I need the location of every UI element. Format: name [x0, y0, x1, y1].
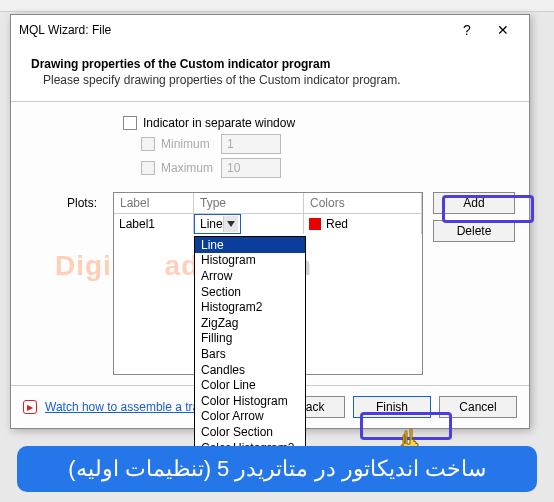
plot-row[interactable]: Label1 Line Red — [114, 214, 422, 234]
caption-banner: ساخت اندیکاتور در متاتریدر 5 (تنظیمات او… — [17, 446, 537, 492]
cancel-button[interactable]: Cancel — [439, 396, 517, 418]
video-icon: ▶ — [23, 400, 37, 414]
col-header-label[interactable]: Label — [114, 193, 194, 214]
plot-color-name: Red — [326, 217, 348, 231]
hint-link[interactable]: Watch how to assemble a tradir — [45, 400, 213, 414]
type-option[interactable]: Color Histogram — [195, 393, 305, 409]
heading-subtitle: Please specify drawing properties of the… — [31, 71, 509, 87]
type-dropdown[interactable]: LineHistogramArrowSectionHistogram2ZigZa… — [194, 236, 306, 456]
minimum-label: Minimum — [161, 137, 221, 151]
plot-label-cell[interactable]: Label1 — [114, 214, 194, 234]
maximum-input: 10 — [221, 158, 281, 178]
maximum-checkbox — [141, 161, 155, 175]
maximum-label: Maximum — [161, 161, 221, 175]
add-button[interactable]: Add — [433, 192, 515, 214]
type-option[interactable]: ZigZag — [195, 315, 305, 331]
type-option[interactable]: Line — [195, 237, 305, 253]
color-swatch — [309, 218, 321, 230]
heading-title: Drawing properties of the Custom indicat… — [31, 57, 509, 71]
type-option[interactable]: Color Section — [195, 424, 305, 440]
delete-button[interactable]: Delete — [433, 220, 515, 242]
type-option[interactable]: Color Arrow — [195, 409, 305, 425]
type-option[interactable]: Bars — [195, 346, 305, 362]
type-option[interactable]: Histogram2 — [195, 299, 305, 315]
col-header-type[interactable]: Type — [194, 193, 304, 214]
minimum-input: 1 — [221, 134, 281, 154]
separate-window-label: Indicator in separate window — [143, 116, 295, 130]
plot-type-value: Line — [200, 217, 223, 231]
separate-window-checkbox[interactable] — [123, 116, 137, 130]
window-title: MQL Wizard: File — [19, 23, 449, 37]
plot-type-select[interactable]: Line — [194, 214, 241, 234]
col-header-colors[interactable]: Colors — [304, 193, 422, 214]
type-option[interactable]: Color Line — [195, 377, 305, 393]
plots-label: Plots: — [25, 192, 103, 210]
type-option[interactable]: Arrow — [195, 268, 305, 284]
help-button[interactable]: ? — [449, 16, 485, 44]
titlebar: MQL Wizard: File ? ✕ — [11, 15, 529, 45]
chevron-down-icon — [223, 216, 238, 232]
type-option[interactable]: Candles — [195, 362, 305, 378]
minimum-checkbox — [141, 137, 155, 151]
finish-button[interactable]: Finish — [353, 396, 431, 418]
type-option[interactable]: Section — [195, 284, 305, 300]
type-option[interactable]: Histogram — [195, 253, 305, 269]
heading: Drawing properties of the Custom indicat… — [11, 45, 529, 102]
plot-color-cell[interactable]: Red — [304, 214, 422, 234]
type-option[interactable]: Filling — [195, 331, 305, 347]
close-button[interactable]: ✕ — [485, 16, 521, 44]
